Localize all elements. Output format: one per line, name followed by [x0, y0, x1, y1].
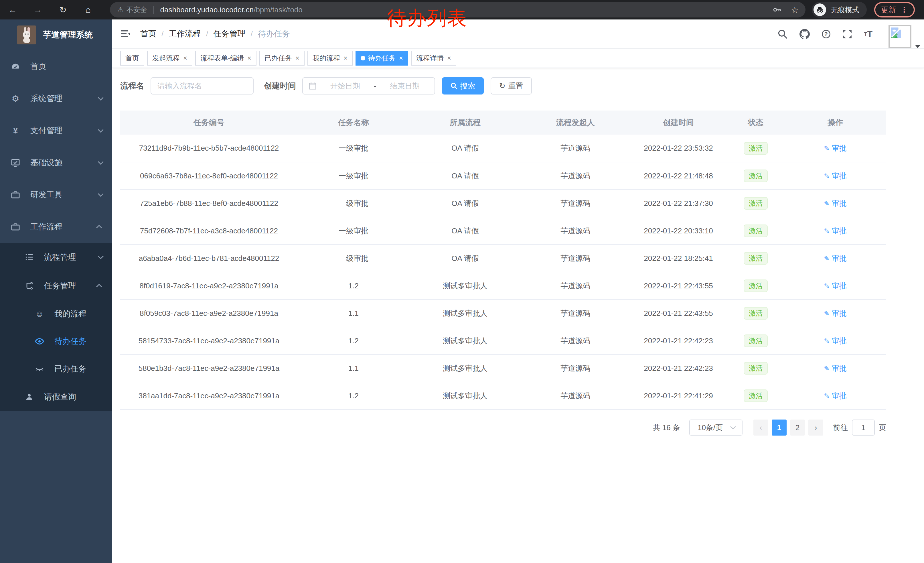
main-area: 首页 / 工作流程 / 任务管理 / 待办任务 ? TT — [112, 20, 924, 563]
browser-home-icon[interactable]: ⌂ — [81, 3, 95, 17]
tags-view: 首页 发起流程 × 流程表单-编辑 × 已办任务 × 我的流程 × — [112, 49, 924, 68]
sidebar-item-infrastructure[interactable]: 基础设施 — [0, 147, 112, 179]
sidebar-item-label: 我的流程 — [54, 308, 87, 319]
breadcrumb-item[interactable]: 任务管理 — [213, 29, 246, 39]
sidebar-item-task-management[interactable]: 任务管理 — [0, 272, 112, 300]
search-button[interactable]: 搜索 — [442, 77, 484, 95]
avatar-dropdown-caret-icon[interactable] — [915, 45, 921, 48]
sidebar-item-system[interactable]: ⚙ 系统管理 — [0, 83, 112, 114]
sidebar-item-todo-tasks[interactable]: 待办任务 — [0, 327, 112, 355]
cell-starter: 芋道源码 — [521, 189, 630, 217]
sidebar-item-devtools[interactable]: 研发工具 — [0, 179, 112, 211]
breadcrumb-item[interactable]: 工作流程 — [169, 29, 201, 39]
cell-task-id: 73211d9d-7b9b-11ec-b5b7-acde48001122 — [120, 135, 298, 162]
tab-home[interactable]: 首页 — [120, 51, 144, 66]
close-icon[interactable]: × — [248, 54, 251, 62]
edit-icon: ✎ — [824, 255, 830, 262]
approve-button[interactable]: ✎ 审批 — [824, 281, 846, 290]
avatar[interactable] — [888, 25, 911, 48]
sidebar-item-workflow[interactable]: 工作流程 — [0, 211, 112, 243]
page-size-select[interactable]: 10条/页 — [689, 419, 742, 435]
prev-page-button[interactable]: ‹ — [753, 419, 768, 435]
close-icon[interactable]: × — [344, 54, 348, 62]
person-icon — [23, 393, 36, 401]
goto-page: 前往 页 — [833, 419, 886, 435]
sidebar-collapse-icon[interactable] — [120, 29, 130, 39]
approve-button[interactable]: ✎ 审批 — [824, 336, 846, 345]
sidebar-item-done-tasks[interactable]: 已办任务 — [0, 355, 112, 383]
sidebar-item-home[interactable]: 首页 — [0, 50, 112, 83]
table-row: 725a1eb6-7b88-11ec-8ef0-acde48001122 一级审… — [120, 189, 886, 217]
approve-button[interactable]: ✎ 审批 — [824, 392, 846, 400]
approve-button[interactable]: ✎ 审批 — [824, 199, 846, 208]
sidebar-item-process-management[interactable]: 流程管理 — [0, 243, 112, 272]
close-icon[interactable]: × — [183, 54, 187, 62]
pagination: 共 16 条 10条/页 ‹ 1 2 › 前往 页 — [120, 419, 886, 435]
cell-process: 测试多审批人 — [410, 300, 521, 327]
eye-icon — [33, 336, 46, 346]
fullscreen-icon[interactable] — [842, 29, 852, 39]
close-icon[interactable]: × — [296, 54, 299, 62]
gear-icon: ⚙ — [9, 94, 22, 104]
close-icon[interactable]: × — [399, 54, 403, 62]
cell-starter: 芋道源码 — [521, 217, 630, 245]
browser-menu-icon[interactable]: ⋮ — [900, 6, 908, 14]
tab-start-process[interactable]: 发起流程 × — [147, 51, 192, 66]
col-actions: 操作 — [784, 111, 886, 135]
page-button-2[interactable]: 2 — [790, 419, 805, 435]
browser-update-button[interactable]: 更新 ⋮ — [874, 2, 915, 18]
approve-button[interactable]: ✎ 审批 — [824, 227, 846, 235]
sidebar-item-my-process[interactable]: ☺ 我的流程 — [0, 300, 112, 327]
github-icon[interactable] — [800, 29, 810, 39]
cell-task-id: 725a1eb6-7b88-11ec-8ef0-acde48001122 — [120, 189, 298, 217]
cell-process: OA 请假 — [410, 135, 521, 162]
font-size-icon[interactable]: TT — [864, 29, 873, 39]
approve-button[interactable]: ✎ 审批 — [824, 309, 846, 318]
approve-button[interactable]: ✎ 审批 — [824, 144, 846, 152]
process-name-input[interactable] — [151, 77, 254, 95]
browser-back-icon[interactable]: ← — [6, 3, 20, 17]
reset-button[interactable]: ↻ 重置 — [490, 77, 532, 95]
cell-task-name: 1.2 — [298, 272, 410, 300]
tab-form-edit[interactable]: 流程表单-编辑 × — [195, 51, 256, 66]
tab-todo-tasks[interactable]: 待办任务 × — [356, 51, 408, 66]
tab-process-detail[interactable]: 流程详情 × — [411, 51, 456, 66]
chevron-down-icon — [98, 254, 104, 259]
table-row: 580e1b3d-7ac8-11ec-a9e2-a2380e71991a 1.1… — [120, 354, 886, 382]
briefcase-icon — [9, 190, 22, 199]
close-icon[interactable]: × — [447, 54, 451, 62]
chevron-down-icon — [98, 191, 104, 197]
password-key-icon[interactable] — [772, 5, 782, 14]
approve-button[interactable]: ✎ 审批 — [824, 171, 846, 180]
app-logo[interactable]: 芋道管理系统 — [0, 20, 112, 50]
tab-done-tasks[interactable]: 已办任务 × — [260, 51, 304, 66]
cell-process: OA 请假 — [410, 245, 521, 272]
start-date-placeholder[interactable]: 开始日期 — [321, 81, 369, 91]
not-secure-label: 不安全 — [126, 5, 147, 14]
briefcase-icon — [9, 222, 22, 231]
help-icon[interactable]: ? — [822, 30, 830, 38]
sidebar-item-label: 首页 — [30, 61, 46, 72]
approve-button[interactable]: ✎ 审批 — [824, 254, 846, 263]
tab-my-process[interactable]: 我的流程 × — [308, 51, 352, 66]
search-icon[interactable] — [778, 29, 788, 39]
date-range-picker[interactable]: 开始日期 - 结束日期 — [302, 77, 435, 95]
sidebar-item-payment[interactable]: ¥ 支付管理 — [0, 114, 112, 147]
cell-create-time: 2022-01-21 22:42:23 — [630, 327, 727, 354]
end-date-placeholder[interactable]: 结束日期 — [381, 81, 429, 91]
goto-page-input[interactable] — [852, 419, 875, 435]
sidebar: 芋道管理系统 首页 ⚙ 系统管理 ¥ 支付管理 基础设施 — [0, 20, 112, 563]
edit-icon: ✎ — [824, 282, 830, 290]
breadcrumb-item[interactable]: 首页 — [140, 29, 156, 39]
cell-create-time: 2022-01-21 22:43:55 — [630, 272, 727, 300]
cell-create-time: 2022-01-22 20:33:10 — [630, 217, 727, 245]
bookmark-star-icon[interactable]: ☆ — [791, 5, 799, 15]
page-button-1[interactable]: 1 — [772, 419, 787, 435]
goto-label: 前往 — [833, 423, 848, 433]
browser-forward-icon[interactable]: → — [31, 3, 45, 17]
browser-reload-icon[interactable]: ↻ — [56, 3, 70, 17]
next-page-button[interactable]: › — [808, 419, 823, 435]
approve-button[interactable]: ✎ 审批 — [824, 364, 846, 372]
sidebar-item-leave-query[interactable]: 请假查询 — [0, 383, 112, 411]
not-secure-warning[interactable]: ⚠ 不安全 — [117, 5, 147, 14]
